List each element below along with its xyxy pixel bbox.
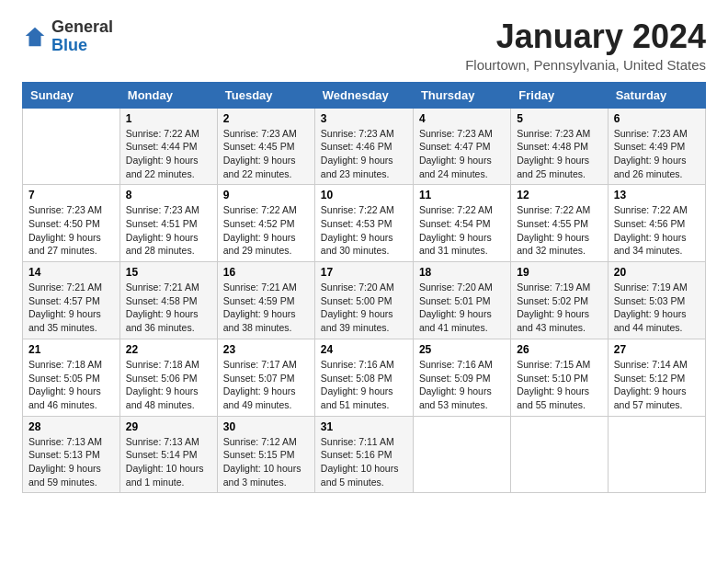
day-number: 20 [614,266,700,279]
day-number: 7 [28,189,114,201]
day-info: Sunrise: 7:22 AMSunset: 4:52 PMDaylight:… [223,203,309,258]
header-cell-friday: Friday [511,82,608,108]
svg-marker-1 [26,28,45,47]
day-info: Sunrise: 7:23 AMSunset: 4:46 PMDaylight:… [321,127,407,181]
day-info: Sunrise: 7:18 AMSunset: 5:05 PMDaylight:… [28,358,114,412]
day-cell: 4Sunrise: 7:23 AMSunset: 4:47 PMDaylight… [413,108,510,185]
day-number: 15 [126,266,211,279]
day-info: Sunrise: 7:21 AMSunset: 4:57 PMDaylight:… [28,281,114,335]
day-info: Sunrise: 7:22 AMSunset: 4:54 PMDaylight:… [419,203,505,258]
day-cell [413,416,510,493]
day-number: 11 [419,189,505,201]
day-info: Sunrise: 7:21 AMSunset: 4:59 PMDaylight:… [223,281,309,335]
day-number: 28 [28,420,114,433]
header-cell-sunday: Sunday [23,82,120,108]
day-info: Sunrise: 7:22 AMSunset: 4:55 PMDaylight:… [517,203,601,258]
week-row-2: 7Sunrise: 7:23 AMSunset: 4:50 PMDaylight… [23,185,706,262]
day-number: 3 [321,112,407,125]
day-number: 22 [126,343,211,356]
day-info: Sunrise: 7:19 AMSunset: 5:03 PMDaylight:… [614,281,700,335]
week-row-4: 21Sunrise: 7:18 AMSunset: 5:05 PMDayligh… [23,339,706,416]
day-info: Sunrise: 7:16 AMSunset: 5:09 PMDaylight:… [419,358,505,412]
day-info: Sunrise: 7:20 AMSunset: 5:01 PMDaylight:… [419,281,505,335]
week-row-1: 1Sunrise: 7:22 AMSunset: 4:44 PMDaylight… [23,108,706,185]
day-number: 10 [321,189,407,201]
day-cell: 2Sunrise: 7:23 AMSunset: 4:45 PMDaylight… [217,108,314,185]
day-info: Sunrise: 7:11 AMSunset: 5:16 PMDaylight:… [321,435,407,489]
header-cell-tuesday: Tuesday [217,82,314,108]
day-info: Sunrise: 7:23 AMSunset: 4:49 PMDaylight:… [614,127,700,181]
day-number: 14 [28,266,114,279]
day-cell: 3Sunrise: 7:23 AMSunset: 4:46 PMDaylight… [314,108,413,185]
day-number: 26 [517,343,601,356]
day-cell: 11Sunrise: 7:22 AMSunset: 4:54 PMDayligh… [413,185,510,262]
day-cell: 13Sunrise: 7:22 AMSunset: 4:56 PMDayligh… [608,185,705,262]
day-cell: 1Sunrise: 7:22 AMSunset: 4:44 PMDaylight… [119,108,217,185]
day-cell: 28Sunrise: 7:13 AMSunset: 5:13 PMDayligh… [23,416,120,493]
day-number: 5 [517,112,601,125]
day-cell: 25Sunrise: 7:16 AMSunset: 5:09 PMDayligh… [413,339,510,416]
day-cell: 27Sunrise: 7:14 AMSunset: 5:12 PMDayligh… [608,339,705,416]
location: Flourtown, Pennsylvania, United States [465,57,706,73]
day-info: Sunrise: 7:17 AMSunset: 5:07 PMDaylight:… [223,358,309,412]
day-number: 29 [126,420,211,433]
day-number: 1 [126,112,211,125]
day-cell: 20Sunrise: 7:19 AMSunset: 5:03 PMDayligh… [608,262,705,339]
day-number: 27 [614,343,700,356]
day-cell: 19Sunrise: 7:19 AMSunset: 5:02 PMDayligh… [511,262,608,339]
day-number: 2 [223,112,309,125]
day-info: Sunrise: 7:14 AMSunset: 5:12 PMDaylight:… [614,358,700,412]
day-cell: 29Sunrise: 7:13 AMSunset: 5:14 PMDayligh… [119,416,217,493]
day-info: Sunrise: 7:23 AMSunset: 4:48 PMDaylight:… [517,127,601,181]
day-cell: 23Sunrise: 7:17 AMSunset: 5:07 PMDayligh… [217,339,314,416]
day-cell: 30Sunrise: 7:12 AMSunset: 5:15 PMDayligh… [217,416,314,493]
day-cell: 16Sunrise: 7:21 AMSunset: 4:59 PMDayligh… [217,262,314,339]
day-cell: 26Sunrise: 7:15 AMSunset: 5:10 PMDayligh… [511,339,608,416]
day-info: Sunrise: 7:20 AMSunset: 5:00 PMDaylight:… [321,281,407,335]
header-cell-saturday: Saturday [608,82,705,108]
header-row: SundayMondayTuesdayWednesdayThursdayFrid… [23,82,706,108]
day-cell: 5Sunrise: 7:23 AMSunset: 4:48 PMDaylight… [511,108,608,185]
day-number: 13 [614,189,700,201]
week-row-3: 14Sunrise: 7:21 AMSunset: 4:57 PMDayligh… [23,262,706,339]
day-cell [511,416,608,493]
day-number: 30 [223,420,309,433]
calendar-table: SundayMondayTuesdayWednesdayThursdayFrid… [22,82,706,494]
day-info: Sunrise: 7:23 AMSunset: 4:47 PMDaylight:… [419,127,505,181]
day-number: 19 [517,266,601,279]
day-cell: 15Sunrise: 7:21 AMSunset: 4:58 PMDayligh… [119,262,217,339]
day-number: 6 [614,112,700,125]
header-cell-wednesday: Wednesday [314,82,413,108]
day-info: Sunrise: 7:15 AMSunset: 5:10 PMDaylight:… [517,358,601,412]
day-number: 17 [321,266,407,279]
day-cell: 17Sunrise: 7:20 AMSunset: 5:00 PMDayligh… [314,262,413,339]
day-info: Sunrise: 7:16 AMSunset: 5:08 PMDaylight:… [321,358,407,412]
day-info: Sunrise: 7:13 AMSunset: 5:14 PMDaylight:… [126,435,211,489]
week-row-5: 28Sunrise: 7:13 AMSunset: 5:13 PMDayligh… [23,416,706,493]
header: General Blue January 2024 Flourtown, Pen… [22,18,706,73]
day-info: Sunrise: 7:22 AMSunset: 4:44 PMDaylight:… [126,127,211,181]
day-number: 25 [419,343,505,356]
day-info: Sunrise: 7:12 AMSunset: 5:15 PMDaylight:… [223,435,309,489]
day-cell: 18Sunrise: 7:20 AMSunset: 5:01 PMDayligh… [413,262,510,339]
logo-icon [22,24,48,50]
day-info: Sunrise: 7:19 AMSunset: 5:02 PMDaylight:… [517,281,601,335]
logo: General Blue [22,18,113,55]
logo-general-text: General [51,17,113,36]
day-number: 4 [419,112,505,125]
day-cell [608,416,705,493]
day-info: Sunrise: 7:22 AMSunset: 4:53 PMDaylight:… [321,203,407,258]
day-info: Sunrise: 7:23 AMSunset: 4:45 PMDaylight:… [223,127,309,181]
day-number: 16 [223,266,309,279]
day-number: 8 [126,189,211,201]
title-area: January 2024 Flourtown, Pennsylvania, Un… [465,18,706,73]
day-cell: 9Sunrise: 7:22 AMSunset: 4:52 PMDaylight… [217,185,314,262]
day-number: 21 [28,343,114,356]
day-cell: 8Sunrise: 7:23 AMSunset: 4:51 PMDaylight… [119,185,217,262]
day-cell: 10Sunrise: 7:22 AMSunset: 4:53 PMDayligh… [314,185,413,262]
day-number: 23 [223,343,309,356]
day-number: 9 [223,189,309,201]
day-cell: 22Sunrise: 7:18 AMSunset: 5:06 PMDayligh… [119,339,217,416]
day-cell: 31Sunrise: 7:11 AMSunset: 5:16 PMDayligh… [314,416,413,493]
day-info: Sunrise: 7:22 AMSunset: 4:56 PMDaylight:… [614,203,700,258]
